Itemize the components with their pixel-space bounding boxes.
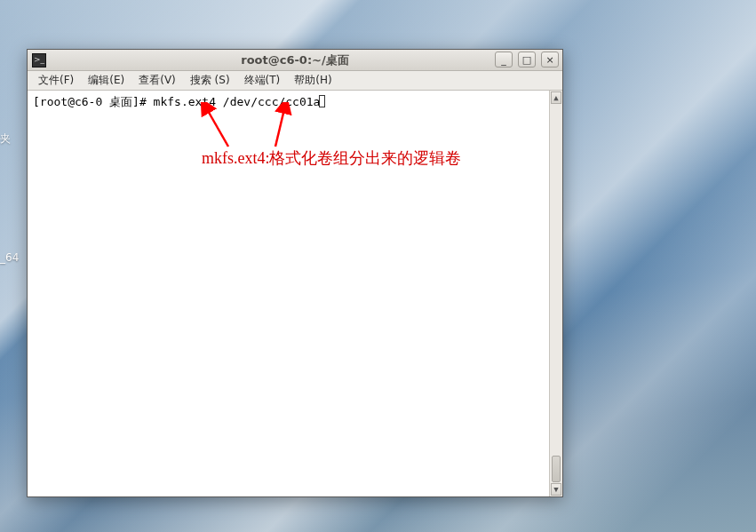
- menu-edit[interactable]: 编辑(E): [83, 71, 130, 90]
- menu-search[interactable]: 搜索 (S): [185, 71, 235, 90]
- menu-view[interactable]: 查看(V): [133, 71, 181, 90]
- desktop-icon-label-1: 夹: [0, 131, 11, 147]
- maximize-button[interactable]: □: [518, 52, 536, 67]
- titlebar[interactable]: >_ root@c6-0:~/桌面 _ □ ×: [28, 50, 562, 71]
- terminal-command: mkfs.ext4 /dev/ccc/cc01a: [154, 95, 321, 108]
- menubar: 文件(F) 编辑(E) 查看(V) 搜索 (S) 终端(T) 帮助(H): [28, 71, 562, 91]
- terminal-cursor: [319, 95, 325, 107]
- desktop-icon-label-2: _64: [0, 251, 19, 264]
- minimize-button[interactable]: _: [495, 52, 513, 67]
- vertical-scrollbar[interactable]: ▲ ▼: [549, 91, 562, 496]
- terminal-prompt: [root@c6-0 桌面]#: [33, 95, 154, 108]
- window-title: root@c6-0:~/桌面: [28, 52, 562, 68]
- terminal-area[interactable]: [root@c6-0 桌面]# mkfs.ext4 /dev/ccc/cc01a…: [28, 91, 562, 496]
- menu-help[interactable]: 帮助(H): [289, 71, 337, 90]
- terminal-icon: >_: [32, 53, 46, 67]
- terminal-content[interactable]: [root@c6-0 桌面]# mkfs.ext4 /dev/ccc/cc01a: [28, 91, 549, 496]
- menu-file[interactable]: 文件(F): [33, 71, 79, 90]
- scroll-up-button[interactable]: ▲: [551, 91, 561, 104]
- terminal-window: >_ root@c6-0:~/桌面 _ □ × 文件(F) 编辑(E) 查看(V…: [27, 49, 563, 497]
- window-controls: _ □ ×: [495, 52, 559, 67]
- menu-terminal[interactable]: 终端(T): [239, 71, 286, 90]
- close-button[interactable]: ×: [541, 52, 559, 67]
- scrollbar-thumb[interactable]: [552, 456, 561, 482]
- scroll-down-button[interactable]: ▼: [551, 483, 561, 496]
